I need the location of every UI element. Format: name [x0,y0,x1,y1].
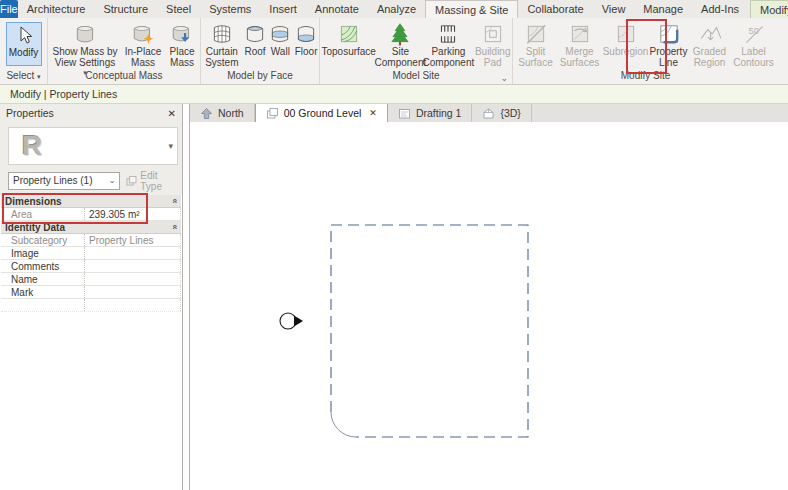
tab-annotate[interactable]: Annotate [306,0,368,18]
floor-button[interactable]: Floor [293,20,319,58]
tab-insert[interactable]: Insert [260,0,306,18]
tab-modify-property-lines[interactable]: Modify | Property Lines [750,0,788,18]
graded-region-icon [698,21,722,47]
show-mass-button[interactable]: Show Mass by View Settings [48,20,122,76]
graded-region-button: Graded Region [689,20,731,69]
property-line-button[interactable]: Property Line [649,20,689,69]
tab-view[interactable]: View [593,0,635,18]
property-row-image[interactable]: Image [1,247,181,260]
curtain-system-label: Curtain System [201,47,243,69]
property-row-comments[interactable]: Comments [1,260,181,273]
properties-close-icon[interactable] [168,108,176,119]
view-tab-bar: North 00 Ground Level Drafting 1 {3D} [190,104,788,122]
elevation-marker-circle [280,313,296,329]
parking-component-button[interactable]: Parking Component [423,20,473,69]
model-site-dialog-launcher-icon[interactable] [500,73,508,83]
panel-select-label[interactable]: Select [0,70,47,83]
view-tab-3d-label: {3D} [500,107,520,119]
tab-manage[interactable]: Manage [634,0,692,18]
toposurface-icon [337,21,361,47]
tab-add-ins[interactable]: Add-Ins [692,0,748,18]
modify-button[interactable]: Modify [6,22,42,66]
floor-icon [294,21,318,47]
property-grid: Dimensions Area 239.305 m² Identity Data… [1,195,181,312]
property-row-name[interactable]: Name [1,273,181,286]
view-tab-3d[interactable]: {3D} [472,104,531,122]
tab-architecture[interactable]: Architecture [18,0,95,18]
mode-status-text: Modify | Property Lines [10,88,117,100]
select-caret-icon [37,73,41,80]
selection-filter-combo[interactable]: Property Lines (1) [8,172,120,190]
merge-surfaces-icon [568,21,592,47]
roof-button[interactable]: Roof [243,20,268,58]
toposurface-button[interactable]: Toposurface [320,20,377,58]
wall-button[interactable]: Wall [267,20,293,58]
type-selector-caret-icon[interactable] [168,141,173,151]
collapse-icon[interactable] [169,224,179,229]
type-selector[interactable]: R [8,127,178,165]
tab-massing-site[interactable]: Massing & Site [425,0,518,18]
panel-model-site-label: Model Site [320,70,512,83]
tab-collaborate[interactable]: Collaborate [518,0,592,18]
group-header-dimensions[interactable]: Dimensions [1,195,181,208]
show-mass-label: Show Mass by View Settings [48,47,122,69]
property-row-subcategory[interactable]: Subcategory Property Lines [1,234,181,247]
view-tab-close-icon[interactable] [369,108,377,118]
tab-analyze[interactable]: Analyze [368,0,425,18]
view-tab-ground-level-label: 00 Ground Level [284,107,362,119]
view-area: North 00 Ground Level Drafting 1 {3D} [189,104,788,490]
ribbon-tab-bar: File Architecture Structure Steel System… [0,0,788,18]
group-header-identity-data[interactable]: Identity Data [1,221,181,234]
selection-filter-caret-icon [109,176,116,185]
property-row-area[interactable]: Area 239.305 m² [1,208,181,221]
ribbon-filler [778,18,788,84]
panel-conceptual-mass-label: Conceptual Mass [48,70,200,83]
drafting-view-icon [398,107,411,120]
floor-plan-view-icon [266,107,279,120]
ribbon: Modify Select Show Mass by View Settings [0,18,788,85]
edit-type-button: Edit Type [126,170,178,192]
panel-model-by-face: Curtain System Roof Wall [201,18,320,84]
roof-label: Roof [244,47,265,58]
property-line-label: Property Line [649,47,689,69]
place-mass-label: Place Mass [164,47,200,69]
panel-select: Modify Select [0,18,48,84]
drawing-canvas[interactable] [190,122,788,490]
property-line-sketch [190,122,788,490]
building-pad-label: Building Pad [473,47,512,69]
site-component-label: Site Component [375,47,427,69]
elevation-marker-pointer [294,316,303,327]
parking-component-icon [436,21,460,47]
site-component-tree-icon [388,21,412,47]
site-component-button[interactable]: Site Component [377,20,423,69]
parking-component-label: Parking Component [423,47,475,69]
view-tab-north[interactable]: North [190,104,255,122]
collapse-icon[interactable] [169,198,179,203]
view-tab-ground-level[interactable]: 00 Ground Level [255,104,388,122]
panel-conceptual-mass: Show Mass by View Settings In-Place Mass… [48,18,201,84]
panel-model-site: Toposurface Site Component Parking Compo… [320,18,513,84]
graded-region-label: Graded Region [689,47,731,69]
view-tab-drafting[interactable]: Drafting 1 [388,104,473,122]
tab-structure[interactable]: Structure [94,0,157,18]
view-tab-north-label: North [218,107,244,119]
floor-label: Floor [295,47,318,58]
label-contours-button: 50 Label Contours [731,20,777,69]
subregion-icon [614,21,638,47]
property-line-icon [657,21,681,47]
properties-palette: Properties R Property Lines (1) Edit Typ… [0,104,183,490]
properties-title: Properties [6,107,168,119]
curtain-system-button[interactable]: Curtain System [201,20,243,69]
property-row-mark[interactable]: Mark [1,286,181,299]
place-mass-button[interactable]: Place Mass [164,20,200,69]
properties-top-section: Properties R Property Lines (1) Edit Typ… [0,104,182,195]
modify-button-label: Modify [9,47,38,58]
toposurface-label: Toposurface [321,47,375,58]
mode-status-bar: Modify | Property Lines [0,85,788,104]
tab-steel[interactable]: Steel [157,0,200,18]
file-menu-button[interactable]: File [0,0,18,18]
properties-header[interactable]: Properties [0,104,182,122]
in-place-mass-button[interactable]: In-Place Mass [122,20,164,69]
view-tab-drafting-label: Drafting 1 [416,107,462,119]
tab-systems[interactable]: Systems [200,0,260,18]
